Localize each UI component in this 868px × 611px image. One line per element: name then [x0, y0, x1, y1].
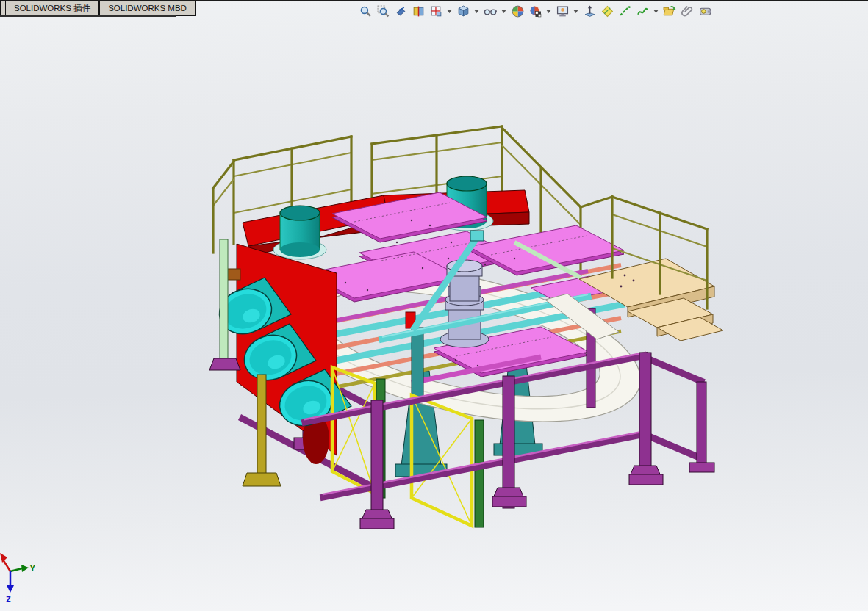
reuse-file-button[interactable]: [662, 3, 677, 19]
scene-sphere-icon: [529, 5, 542, 18]
curves-visibility-button[interactable]: [635, 3, 650, 19]
solidworks-window: Y Z SOLIDWORKS 插件 SOLIDWORKS MBD: [0, 0, 868, 611]
display-style-dropdown[interactable]: [473, 3, 480, 19]
spyglass-arrow-icon: [395, 5, 407, 18]
dashed-axis-icon: [619, 5, 631, 18]
apply-scene-button[interactable]: [528, 3, 542, 19]
color-sphere-icon: [512, 5, 524, 18]
magnifier-icon: [359, 5, 372, 18]
zoom-to-fit-button[interactable]: [358, 3, 373, 19]
magnifier-area-icon: [377, 5, 390, 18]
tab-solidworks-addins[interactable]: SOLIDWORKS 插件: [5, 1, 99, 16]
folder-arrows-icon: [663, 5, 676, 18]
tabbar-shadow: [0, 15, 176, 17]
tab-solidworks-mbd[interactable]: SOLIDWORKS MBD: [99, 1, 196, 16]
shaded-cube-icon: [457, 5, 470, 18]
view-settings-dropdown[interactable]: [573, 3, 579, 19]
view-orientation-dropdown[interactable]: [446, 3, 453, 19]
zoom-to-area-button[interactable]: [376, 3, 390, 19]
instant3d-button[interactable]: [582, 3, 597, 19]
axes-visibility-button[interactable]: [617, 3, 632, 19]
cad-model-canvas[interactable]: Y Z: [0, 0, 868, 611]
view-orientation-button[interactable]: [428, 3, 443, 19]
triad-y-label: Y: [30, 564, 35, 574]
orientation-cube-icon: [430, 5, 442, 18]
curves-visibility-dropdown[interactable]: [653, 3, 659, 19]
orientation-triad: Y Z: [0, 553, 35, 604]
heads-up-toolbar: [358, 1, 712, 21]
section-view-button[interactable]: [411, 3, 426, 19]
curve-icon: [636, 5, 649, 18]
hide-show-items-dropdown[interactable]: [501, 3, 507, 19]
edit-appearance-button[interactable]: [510, 3, 525, 19]
display-style-button[interactable]: [456, 3, 470, 19]
tab-edge-fragment[interactable]: [0, 1, 5, 16]
monitor-hand-icon: [556, 5, 569, 18]
triad-z-label: Z: [6, 595, 11, 604]
plane-diamond-icon: [601, 5, 614, 18]
previous-view-button[interactable]: [393, 3, 408, 19]
command-manager-tabbar: SOLIDWORKS 插件 SOLIDWORKS MBD: [0, 1, 196, 17]
arrow-plane-icon: [584, 5, 596, 18]
paperclip-icon: [681, 5, 694, 18]
tape-measure-icon: [699, 5, 711, 18]
pink-plate: [469, 225, 624, 272]
attachments-button[interactable]: [680, 3, 695, 19]
center-rotary-motor[interactable]: [440, 260, 489, 347]
graphics-viewport[interactable]: Y Z: [0, 0, 868, 611]
teal-deck-post[interactable]: [412, 328, 423, 397]
eyeglasses-icon: [484, 5, 497, 18]
section-cube-icon: [412, 5, 425, 18]
hide-show-items-button[interactable]: [483, 3, 498, 19]
measure-button[interactable]: [697, 3, 712, 19]
teal-hopper-left[interactable]: [273, 206, 326, 259]
view-settings-button[interactable]: [555, 3, 570, 19]
planes-visibility-button[interactable]: [600, 3, 614, 19]
apply-scene-dropdown[interactable]: [545, 3, 552, 19]
